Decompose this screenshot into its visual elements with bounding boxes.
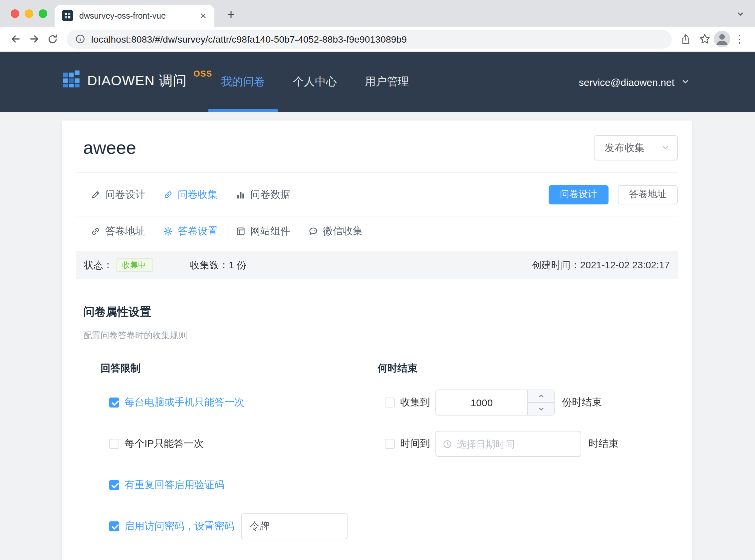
account-email: service@diaowen.net [579, 76, 674, 87]
browser-window: dwsurvey-oss-front-vue × + localhost:808… [0, 0, 755, 560]
browser-menu-icon[interactable]: ⋮ [730, 29, 749, 48]
tab-survey-design[interactable]: 问卷设计 [90, 188, 145, 201]
survey-title: aweee [83, 138, 136, 158]
end-count-label[interactable]: 收集到 [400, 396, 430, 409]
chevron-down-icon [661, 142, 670, 154]
subtab-answer-address[interactable]: 答卷地址 [90, 225, 145, 237]
status-bar: 状态： 收集中 收集数： 1 份 创建时间： 2021-12-02 23:02:… [76, 251, 678, 279]
tab-survey-data[interactable]: 问卷数据 [236, 188, 290, 201]
tab-close-icon[interactable]: × [198, 9, 209, 22]
settings-title: 问卷属性设置 [83, 306, 670, 319]
app-header: DIAOWEN 调问 OSS 我的问卷 个人中心 用户管理 service@di… [0, 52, 755, 112]
browser-tab-strip: dwsurvey-oss-front-vue × + [0, 0, 755, 27]
nav-item-profile-center[interactable]: 个人中心 [293, 52, 337, 112]
subtab-label: 答卷地址 [105, 225, 145, 237]
end-row-count: 收集到 [385, 389, 670, 416]
checkbox-end-by-time[interactable] [385, 439, 395, 449]
end-time-input[interactable] [457, 439, 574, 449]
stepper-down-icon[interactable] [528, 403, 554, 415]
link-icon [163, 189, 173, 199]
tab-favicon-icon [62, 10, 73, 21]
nav-item-user-management[interactable]: 用户管理 [365, 52, 409, 112]
link-icon [90, 226, 101, 236]
main-nav: 我的问卷 个人中心 用户管理 [221, 52, 409, 112]
created-time-label: 创建时间： [532, 259, 580, 271]
end-time-label[interactable]: 时间到 [400, 438, 430, 450]
subtab-label: 网站组件 [250, 225, 290, 237]
end-count-number-input [435, 389, 555, 416]
fullscreen-window-button[interactable] [39, 9, 47, 18]
page-background: aweee 发布收集 问卷设计 [0, 112, 755, 560]
tab-title: dwsurvey-oss-front-vue [79, 11, 198, 20]
forward-button[interactable] [25, 29, 43, 48]
publish-collect-dropdown[interactable]: 发布收集 [594, 135, 678, 160]
end-count-suffix: 份时结束 [562, 396, 602, 409]
nav-item-my-surveys[interactable]: 我的问卷 [221, 52, 265, 112]
end-time-suffix: 时结束 [589, 438, 618, 450]
back-button[interactable] [6, 29, 25, 48]
url-text: localhost:8083/#/dw/survey/c/attr/c98fa1… [91, 34, 407, 44]
tab-label: 问卷数据 [250, 188, 290, 201]
chart-icon [236, 189, 246, 199]
option-label[interactable]: 每个IP只能答一次 [124, 438, 204, 450]
answer-limit-column: 回答限制 每台电脑或手机只能答一次 每个IP只能答一次 有重复回答启用验证码 [83, 362, 378, 555]
close-window-button[interactable] [11, 9, 19, 18]
collect-count-value: 1 份 [229, 259, 246, 271]
option-row-password: 启用访问密码，设置密码 [109, 513, 378, 539]
option-label[interactable]: 启用访问密码，设置密码 [124, 520, 234, 533]
access-password-input[interactable] [241, 513, 348, 539]
widget-icon [236, 226, 246, 236]
bookmark-star-icon[interactable] [695, 29, 714, 48]
option-row-device-once: 每台电脑或手机只能答一次 [109, 389, 378, 416]
end-time-date-picker[interactable] [435, 431, 581, 457]
subtab-label: 答卷设置 [178, 225, 218, 237]
end-condition-column: 何时结束 收集到 [378, 362, 670, 555]
checkbox-ip-once[interactable] [109, 439, 119, 449]
survey-design-button[interactable]: 问卷设计 [549, 185, 609, 204]
checkbox-access-password[interactable] [109, 521, 119, 532]
tab-survey-collect[interactable]: 问卷收集 [163, 188, 218, 201]
browser-tab[interactable]: dwsurvey-oss-front-vue × [55, 5, 215, 27]
pencil-icon [90, 189, 101, 199]
brand-edition: OSS [193, 69, 212, 79]
gear-icon [163, 226, 173, 236]
answer-address-button[interactable]: 答卷地址 [618, 185, 678, 204]
checkbox-device-once[interactable] [109, 398, 119, 407]
share-icon[interactable] [676, 29, 695, 48]
option-label[interactable]: 每台电脑或手机只能答一次 [124, 396, 244, 409]
answer-limit-heading: 回答限制 [101, 362, 378, 375]
subtab-label: 微信收集 [323, 225, 363, 237]
created-time-value: 2021-12-02 23:02:17 [580, 260, 670, 271]
option-row-captcha: 有重复回答启用验证码 [109, 472, 378, 498]
checkbox-end-by-count[interactable] [385, 398, 395, 407]
status-badge: 收集中 [116, 258, 153, 272]
clock-icon [443, 439, 452, 448]
subtab-wechat-collect[interactable]: 微信收集 [308, 225, 363, 237]
survey-card: aweee 发布收集 问卷设计 [62, 121, 692, 560]
site-info-icon[interactable] [75, 34, 85, 44]
option-label[interactable]: 有重复回答启用验证码 [124, 479, 224, 492]
attribute-settings-section: 问卷属性设置 配置问卷答卷时的收集规则 回答限制 每台电脑或手机只能答一次 每个… [62, 279, 692, 555]
minimize-window-button[interactable] [25, 9, 33, 18]
brand-logo[interactable]: DIAOWEN 调问 OSS [63, 70, 212, 91]
account-menu[interactable]: service@diaowen.net [579, 52, 690, 112]
publish-collect-label: 发布收集 [605, 141, 645, 154]
profile-avatar[interactable] [714, 31, 730, 47]
survey-tabs: 问卷设计 问卷收集 问卷数据 问卷设计 答卷地址 [62, 173, 692, 216]
reload-button[interactable] [43, 29, 62, 48]
tab-search-chevron-icon[interactable] [736, 9, 744, 21]
address-bar[interactable]: localhost:8083/#/dw/survey/c/attr/c98fa1… [66, 29, 672, 48]
subtab-answer-settings[interactable]: 答卷设置 [163, 225, 218, 237]
end-count-value-input[interactable] [436, 390, 527, 415]
diaowen-logo-icon [63, 70, 81, 88]
new-tab-button[interactable]: + [222, 6, 240, 23]
collect-count-label: 收集数： [190, 259, 229, 271]
stepper-up-icon[interactable] [528, 390, 554, 403]
checkbox-captcha[interactable] [109, 480, 119, 490]
subtab-site-widget[interactable]: 网站组件 [236, 225, 290, 237]
status-label: 状态： [84, 259, 113, 271]
tab-label: 问卷设计 [105, 188, 145, 201]
tab-label: 问卷收集 [178, 188, 218, 201]
option-row-ip-once: 每个IP只能答一次 [109, 431, 378, 457]
number-steppers [527, 390, 554, 415]
